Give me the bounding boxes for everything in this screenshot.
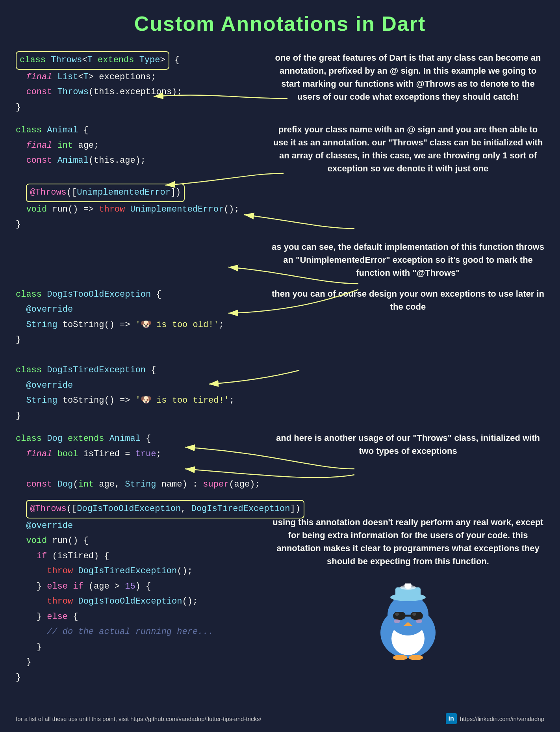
svg-point-17 [393, 655, 407, 660]
section-dog-exceptions: class DogIsTooOldException { @override S… [16, 287, 544, 424]
code-empty-1 [16, 240, 260, 252]
code-throws-2: @Throws([DogIsTooOldException, DogIsTire… [16, 500, 260, 685]
full-layout: class Throws<T extends Type> { final Lis… [16, 51, 544, 685]
annotation-1: one of the great features of Dart is tha… [260, 51, 544, 103]
svg-point-16 [416, 619, 422, 623]
svg-rect-11 [405, 615, 411, 617]
mascot-bird-svg [369, 583, 447, 662]
code-dog-exceptions: class DogIsTooOldException { @override S… [16, 287, 260, 424]
svg-point-15 [394, 619, 400, 623]
svg-rect-10 [410, 612, 423, 620]
section-dog: class Dog extends Animal { final bool is… [16, 431, 544, 492]
svg-rect-9 [393, 612, 406, 620]
annotation-3: as you can see, the default implementati… [260, 240, 544, 279]
section-annotation3: as you can see, the default implementati… [16, 240, 544, 279]
annotation-2: prefix your class name with an @ sign an… [260, 123, 544, 175]
footer-left-text: for a list of all these tips until this … [16, 715, 261, 722]
svg-point-13 [412, 613, 416, 616]
section-throws: class Throws<T extends Type> { final Lis… [16, 51, 544, 115]
throws-highlight: class Throws<T extends Type> [16, 51, 169, 70]
footer: for a list of all these tips until this … [0, 713, 560, 724]
throws-annotation-1: @Throws([UnimplementedError]) [26, 184, 185, 202]
page-container: Custom Annotations in Dart [0, 0, 560, 732]
section-throws-2: @Throws([DogIsTooOldException, DogIsTire… [16, 500, 544, 685]
section-animal: class Animal { final int age; const Anim… [16, 123, 544, 232]
footer-right-text: https://linkedin.com/in/vandadnp [460, 715, 544, 722]
linkedin-icon: in [446, 713, 457, 724]
annotation-4: then you can of course design your own e… [260, 287, 544, 313]
code-throws: class Throws<T extends Type> { final Lis… [16, 51, 260, 115]
mascot-area [272, 583, 544, 662]
code-animal: class Animal { final int age; const Anim… [16, 123, 260, 232]
code-dog-class: class Dog extends Animal { final bool is… [16, 431, 260, 492]
footer-right: in https://linkedin.com/in/vandadnp [446, 713, 544, 724]
page-title: Custom Annotations in Dart [16, 12, 544, 35]
annotation-5: and here is another usage of our "Throws… [260, 431, 544, 457]
svg-point-18 [409, 655, 423, 660]
svg-point-12 [395, 613, 399, 616]
annotation-6: using this annotation doesn't really per… [260, 500, 544, 662]
